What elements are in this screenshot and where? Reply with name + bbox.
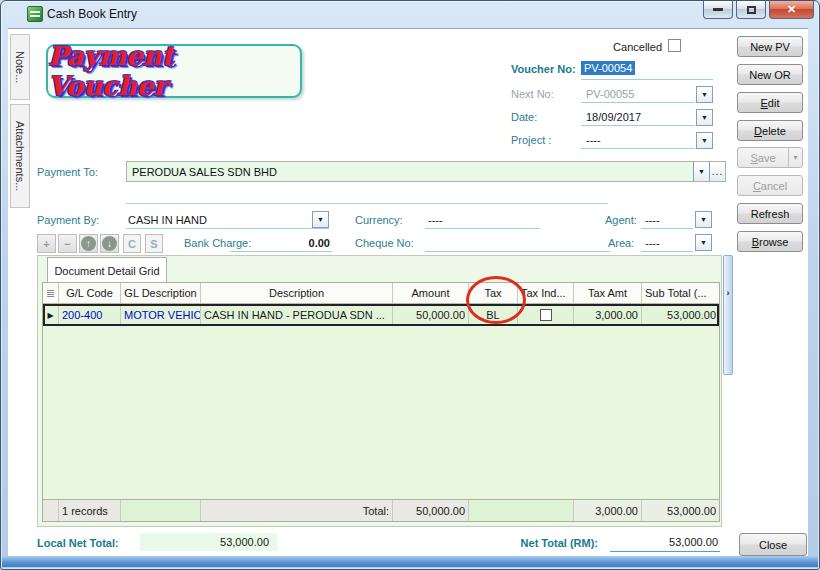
date-field[interactable]: 18/09/2017 (586, 111, 641, 123)
cell-amount[interactable]: 50,000.00 (393, 304, 469, 326)
project-label: Project : (511, 134, 551, 146)
cheque-no-label: Cheque No: (355, 237, 414, 249)
row-marker-icon: ▶ (43, 304, 59, 326)
currency-field[interactable]: ---- (428, 214, 443, 226)
payment-voucher-logo: Payment Voucher (46, 44, 302, 98)
column-header-amount[interactable]: Amount (393, 283, 469, 303)
payment-by-field[interactable]: CASH IN HAND (128, 214, 207, 226)
arrow-up-icon: ↑ (81, 236, 96, 251)
browse-button[interactable]: Browse (737, 231, 803, 252)
agent-field[interactable]: ---- (645, 214, 660, 226)
column-header-gl-code[interactable]: G/L Code (59, 283, 121, 303)
arrow-down-icon: ↓ (102, 236, 117, 251)
column-header-tax-amt[interactable]: Tax Amt (574, 283, 642, 303)
footer-amount-total: 50,000.00 (393, 500, 469, 521)
bank-charge-field[interactable]: 0.00 (230, 237, 330, 249)
panel-splitter[interactable]: › (723, 255, 733, 375)
cancel-button[interactable]: Cancel (737, 175, 803, 196)
chevron-right-icon: › (727, 288, 730, 298)
footer-total-label: Total: (201, 500, 393, 521)
cancelled-checkbox[interactable] (668, 39, 681, 52)
date-label: Date: (511, 111, 537, 123)
chevron-down-icon: ▼ (317, 216, 324, 223)
edit-button[interactable]: Edit (737, 92, 803, 113)
agent-dropdown[interactable]: ▼ (695, 211, 712, 228)
payment-to-dropdown[interactable]: ▼ (693, 162, 709, 181)
next-no-dropdown[interactable]: ▼ (696, 86, 713, 103)
new-or-label: New OR (749, 69, 791, 81)
payment-to-lookup-button[interactable]: ... (709, 162, 725, 181)
close-button[interactable]: Close (739, 533, 807, 556)
paste-row-button[interactable]: S (145, 234, 163, 253)
cell-gl-description[interactable]: MOTOR VEHICLE (121, 304, 201, 326)
close-window-button[interactable]: ✕ (769, 1, 814, 19)
local-net-total-label: Local Net Total: (37, 537, 119, 549)
project-field[interactable]: ---- (586, 134, 601, 146)
remove-row-button[interactable]: − (58, 234, 77, 253)
cell-description[interactable]: CASH IN HAND - PERODUA SDN ... (201, 304, 393, 326)
grid-header-row: ≣ G/L Code GL Description Description Am… (43, 283, 719, 304)
window-title: Cash Book Entry (47, 7, 137, 21)
ellipsis-icon: ... (712, 166, 723, 177)
new-pv-button[interactable]: New PV (737, 36, 803, 57)
column-header-sub-total[interactable]: Sub Total (... (642, 283, 719, 303)
project-dropdown[interactable]: ▼ (696, 132, 713, 149)
browse-label: Browse (752, 236, 789, 248)
footer-sub-total: 53,000.00 (642, 500, 719, 521)
chevron-down-icon: ▼ (701, 137, 708, 144)
payment-to-label: Payment To: (37, 166, 98, 178)
delete-button[interactable]: Delete (737, 120, 803, 141)
date-dropdown[interactable]: ▼ (696, 109, 713, 126)
save-button[interactable]: Save ▾ (737, 147, 803, 168)
tab-note-label: Note... (14, 51, 26, 83)
logo-text: Payment Voucher (48, 41, 300, 101)
cell-sub-total[interactable]: 53,000.00 (642, 304, 719, 326)
agent-label: Agent: (605, 214, 637, 226)
address-field-underline (126, 203, 608, 204)
copy-row-button[interactable]: C (123, 234, 141, 253)
next-no-label: Next No: (511, 88, 554, 100)
add-row-button[interactable]: + (37, 234, 56, 253)
payment-to-combo[interactable]: PERODUA SALES SDN BHD ▼ ... (126, 161, 726, 182)
payment-by-label: Payment By: (37, 214, 99, 226)
minus-icon: − (64, 238, 70, 250)
tab-document-detail-grid[interactable]: Document Detail Grid (47, 257, 167, 283)
save-menu-arrow-icon[interactable]: ▾ (788, 148, 802, 167)
chevron-down-icon: ▼ (701, 91, 708, 98)
detail-grid: ≣ G/L Code GL Description Description Am… (42, 282, 720, 522)
tax-annotation-circle (466, 276, 526, 324)
tab-note[interactable]: Note... (10, 34, 30, 100)
local-net-total-value: 53,000.00 (220, 536, 269, 548)
area-label: Area: (608, 237, 634, 249)
currency-label: Currency: (355, 214, 403, 226)
new-or-button[interactable]: New OR (737, 64, 803, 85)
local-net-total-field: 53,000.00 (140, 533, 277, 551)
edit-label: Edit (761, 97, 780, 109)
minimize-icon (713, 8, 723, 11)
footer-record-count: 1 records (59, 500, 121, 521)
payment-by-dropdown[interactable]: ▼ (312, 211, 329, 228)
grid-corner-icon[interactable]: ≣ (43, 283, 59, 303)
tax-inclusive-checkbox[interactable] (540, 309, 552, 321)
cancelled-label: Cancelled (560, 41, 662, 53)
refresh-button[interactable]: Refresh (737, 203, 803, 224)
tab-attachments-label: Attachments... (14, 121, 26, 191)
maximize-button[interactable] (736, 1, 766, 19)
move-row-down-button[interactable]: ↓ (100, 234, 119, 253)
move-row-up-button[interactable]: ↑ (79, 234, 98, 253)
column-header-description[interactable]: Description (201, 283, 393, 303)
new-pv-label: New PV (750, 41, 790, 53)
chevron-down-icon: ▼ (701, 114, 708, 121)
grid-row[interactable]: ▶ 200-400 MOTOR VEHICLE CASH IN HAND - P… (43, 304, 719, 326)
voucher-no-field[interactable]: PV-00054 (581, 61, 635, 75)
footer-tax-amt-total: 3,000.00 (574, 500, 642, 521)
refresh-label: Refresh (751, 208, 790, 220)
minimize-button[interactable] (703, 1, 733, 19)
area-dropdown[interactable]: ▼ (695, 234, 712, 251)
tab-attachments[interactable]: Attachments... (10, 104, 30, 208)
cell-tax-amt[interactable]: 3,000.00 (574, 304, 642, 326)
area-field[interactable]: ---- (645, 237, 660, 249)
column-header-tax-inclusive[interactable]: Tax Ind... (518, 283, 574, 303)
cell-gl-code[interactable]: 200-400 (59, 304, 121, 326)
column-header-gl-description[interactable]: GL Description (121, 283, 201, 303)
